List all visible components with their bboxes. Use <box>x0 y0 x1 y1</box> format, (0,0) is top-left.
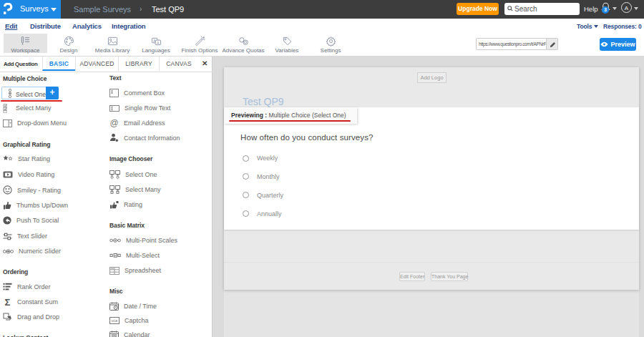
svg-text:A: A <box>157 41 160 45</box>
svg-text:vca: vca <box>112 318 118 323</box>
svg-text:A: A <box>153 39 156 43</box>
